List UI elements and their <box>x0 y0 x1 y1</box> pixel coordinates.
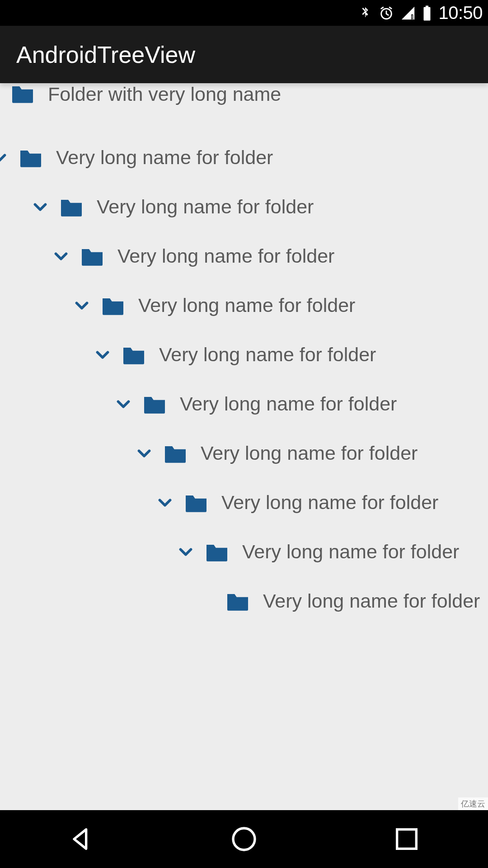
tree-view[interactable]: Folder with very long name Very long nam… <box>0 83 488 810</box>
folder-label: Very long name for folder <box>201 442 418 464</box>
svg-rect-2 <box>412 15 413 19</box>
tree-row[interactable]: Very long name for folder <box>0 231 488 281</box>
folder-label: Folder with very long name <box>48 83 281 105</box>
tree-row[interactable]: Very long name for folder <box>0 330 488 379</box>
folder-icon <box>183 492 209 513</box>
folder-icon <box>142 394 167 415</box>
chevron-down-icon[interactable] <box>155 492 175 513</box>
chevron-down-icon[interactable] <box>113 394 134 415</box>
folder-icon <box>59 197 84 217</box>
tree-row[interactable]: Very long name for folder <box>0 133 488 182</box>
svg-point-7 <box>233 828 255 850</box>
folder-label: Very long name for folder <box>117 245 334 267</box>
chevron-down-icon[interactable] <box>92 344 113 365</box>
app-title: AndroidTreeView <box>16 41 195 68</box>
navigation-bar <box>0 810 488 868</box>
tree-row[interactable]: Very long name for folder <box>0 182 488 231</box>
folder-label: Very long name for folder <box>263 590 480 612</box>
chevron-down-icon[interactable] <box>175 542 196 562</box>
watermark: 亿速云 <box>458 797 488 810</box>
alarm-icon <box>379 5 394 21</box>
folder-label: Very long name for folder <box>159 344 376 366</box>
tree-row[interactable]: Folder with very long name <box>0 83 488 112</box>
folder-icon <box>121 344 146 365</box>
svg-point-3 <box>412 19 413 20</box>
chevron-down-icon[interactable] <box>0 147 10 168</box>
folder-icon <box>204 542 230 562</box>
nav-back-button[interactable] <box>67 825 96 854</box>
folder-label: Very long name for folder <box>56 146 273 169</box>
tree-row[interactable]: Very long name for folder <box>0 527 488 576</box>
tree-row[interactable]: Very long name for folder <box>0 379 488 429</box>
chevron-down-icon[interactable] <box>30 197 51 217</box>
folder-icon <box>18 147 43 168</box>
signal-icon <box>400 5 416 21</box>
tree-row[interactable]: Very long name for folder <box>0 281 488 330</box>
chevron-down-icon[interactable] <box>71 295 92 316</box>
folder-label: Very long name for folder <box>242 541 459 563</box>
svg-rect-8 <box>397 830 417 849</box>
battery-icon <box>422 5 432 21</box>
folder-label: Very long name for folder <box>221 491 438 514</box>
status-bar: 10:50 <box>0 0 488 26</box>
folder-icon <box>100 295 126 316</box>
svg-rect-5 <box>426 5 428 8</box>
folder-label: Very long name for folder <box>138 294 355 316</box>
chevron-down-icon[interactable] <box>51 246 71 267</box>
chevron-down-icon[interactable] <box>134 443 155 464</box>
tree-row[interactable]: Very long name for folder <box>0 576 488 626</box>
tree-row[interactable]: Very long name for folder <box>0 429 488 478</box>
folder-icon <box>10 83 35 104</box>
nav-home-button[interactable] <box>230 825 258 854</box>
folder-label: Very long name for folder <box>97 196 314 218</box>
folder-icon <box>80 246 105 267</box>
app-bar: AndroidTreeView <box>0 26 488 83</box>
status-clock: 10:50 <box>438 3 483 23</box>
nav-recent-button[interactable] <box>392 825 421 854</box>
bluetooth-icon <box>358 6 372 20</box>
folder-icon <box>163 443 188 464</box>
folder-label: Very long name for folder <box>180 393 397 415</box>
tree-row[interactable]: Very long name for folder <box>0 478 488 527</box>
folder-icon <box>225 591 250 612</box>
